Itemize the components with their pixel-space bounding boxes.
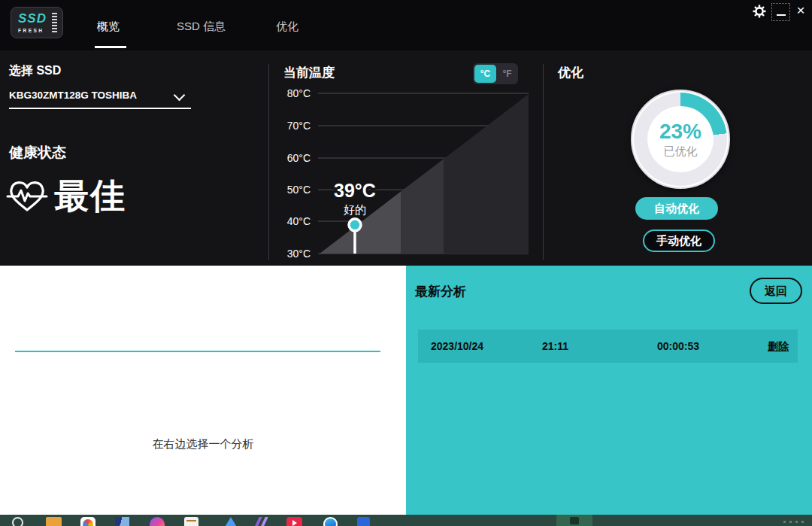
health-label: 健康状态 [9, 143, 66, 163]
taskbar-photos-icon[interactable] [80, 517, 95, 526]
analysis-row[interactable]: 2023/10/24 21:11 00:00:53 删除 [418, 330, 798, 363]
optimize-title: 优化 [558, 64, 583, 81]
temp-zone-warm [401, 159, 444, 254]
taskbar-search-icon[interactable] [12, 517, 23, 526]
app-window: SSD FRESH 概览 SSD 信息 优化 × 选择 SSD [0, 0, 812, 526]
taskbar-browser-icon[interactable] [323, 517, 338, 526]
optimize-status-label: 已优化 [664, 144, 698, 159]
taskbar-folder-icon[interactable] [46, 517, 62, 526]
auto-optimize-button[interactable]: 自动优化 [635, 197, 718, 220]
title-bar: SSD FRESH 概览 SSD 信息 优化 × [0, 0, 812, 50]
latest-analysis-title: 最新分析 [415, 283, 466, 300]
manual-optimize-button[interactable]: 手动优化 [643, 230, 715, 252]
overview-section: 选择 SSD KBG30ZMT128G TOSHIBA 健康状态 最佳 当前温度… [0, 50, 812, 266]
analysis-detail-panel: 在右边选择一个分析 [0, 266, 406, 515]
temp-axis-labels: 80°C 70°C 60°C 50°C 40°C 30°C [287, 87, 311, 260]
tick-50: 50°C [287, 184, 311, 196]
active-tab-underline [95, 46, 126, 48]
analysis-date: 2023/10/24 [431, 330, 483, 363]
temp-marker-dot [349, 219, 361, 231]
temp-zone-hot [444, 94, 529, 254]
analysis-time: 21:11 [542, 330, 568, 363]
taskbar-tray-area [783, 521, 806, 523]
tab-overview[interactable]: 概览 [97, 20, 120, 34]
logo-text-fresh: FRESH [18, 28, 44, 33]
tick-40: 40°C [287, 215, 311, 227]
health-heart-icon [6, 178, 48, 217]
ssd-select-dropdown[interactable]: KBG30ZMT128G TOSHIBA [9, 87, 191, 109]
windows-taskbar [0, 515, 812, 526]
settings-gear-icon[interactable] [753, 5, 766, 18]
optimize-percent: 23% [659, 120, 701, 144]
section-divider [268, 64, 269, 260]
taskbar-notes-icon[interactable] [184, 517, 198, 526]
tick-30: 30°C [287, 248, 311, 260]
taskbar-window-icon[interactable] [115, 517, 129, 526]
latest-analysis-panel: 最新分析 返回 2023/10/24 21:11 00:00:53 删除 [406, 266, 812, 515]
tab-ssd-info[interactable]: SSD 信息 [177, 20, 226, 34]
unit-fahrenheit-button[interactable]: °F [496, 68, 518, 79]
temp-current-value: 39°C [334, 180, 376, 201]
temperature-chart: 80°C 70°C 60°C 50°C 40°C 30°C 39°C 好的 [273, 83, 538, 263]
taskbar-active-app-button[interactable] [556, 515, 592, 526]
temp-assessment: 好的 [344, 203, 366, 216]
logo-bars-icon [52, 13, 57, 34]
app-logo: SSD FRESH [11, 7, 63, 38]
tick-70: 70°C [287, 120, 311, 132]
taskbar-play-icon[interactable] [286, 517, 302, 526]
optimize-gauge: 23% 已优化 [631, 90, 730, 189]
section-divider [543, 64, 544, 260]
ssd-select-underline [9, 108, 191, 109]
close-button[interactable]: × [792, 2, 809, 20]
analysis-hint-text: 在右边选择一个分析 [0, 437, 406, 452]
panel-divider-line [15, 351, 380, 352]
minimize-icon [777, 14, 786, 16]
taskbar-drive-icon[interactable] [224, 517, 238, 526]
back-button[interactable]: 返回 [750, 278, 802, 304]
taskbar-gradient-app-icon[interactable] [150, 517, 165, 526]
health-status-value: 最佳 [54, 173, 126, 220]
unit-celsius-button[interactable]: °C [474, 65, 496, 83]
chevron-down-icon [174, 90, 186, 102]
tab-optimize[interactable]: 优化 [276, 20, 298, 34]
taskbar-blue-app-icon[interactable] [357, 517, 370, 526]
minimize-button[interactable] [771, 3, 790, 21]
ssd-select-value: KBG30ZMT128G TOSHIBA [9, 90, 137, 101]
analysis-duration: 00:00:53 [657, 330, 699, 363]
temperature-title: 当前温度 [283, 64, 335, 81]
temperature-unit-toggle: °C °F [473, 63, 518, 84]
ssd-select-label: 选择 SSD [9, 63, 61, 79]
logo-text-ssd: SSD [18, 11, 47, 26]
tick-80: 80°C [287, 87, 311, 99]
tick-60: 60°C [287, 152, 311, 164]
delete-link[interactable]: 删除 [768, 330, 789, 363]
taskbar-brushes-icon[interactable] [253, 517, 262, 526]
optimize-gauge-inner: 23% 已优化 [647, 106, 714, 172]
